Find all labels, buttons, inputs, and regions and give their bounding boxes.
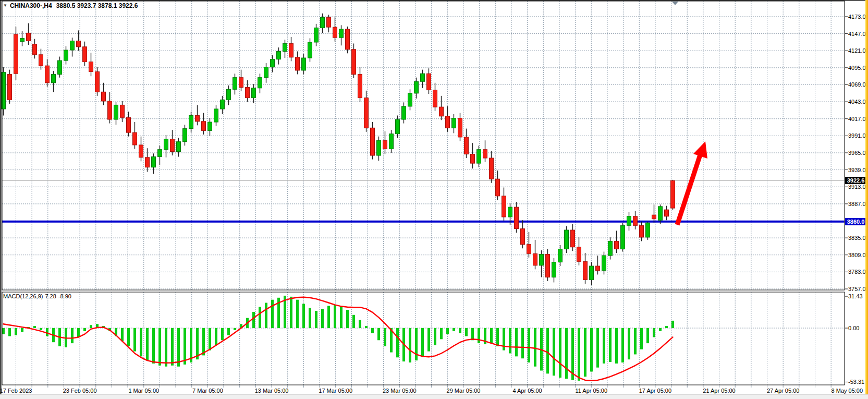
- macd-signal-value: -8.90: [58, 293, 71, 299]
- candle-body-bull: [389, 134, 394, 149]
- price-axis-label: 4017.0: [848, 115, 866, 123]
- macd-bar: [371, 328, 374, 333]
- macd-bar: [340, 306, 343, 328]
- macd-bar: [8, 328, 11, 336]
- macd-bar: [578, 328, 580, 381]
- macd-bar: [215, 328, 217, 345]
- macd-bar: [528, 328, 530, 362]
- price-axis-label: 4121.0: [848, 47, 866, 54]
- candle-body-bear: [383, 140, 387, 149]
- candle-body-bear: [583, 261, 588, 280]
- macd-bar: [90, 325, 92, 328]
- candle-body-bear: [633, 216, 638, 226]
- candle-body-bear: [502, 196, 506, 217]
- candle-body-bull: [408, 93, 412, 106]
- macd-bar: [177, 328, 180, 367]
- candle-body-bear: [108, 101, 112, 119]
- macd-bar: [184, 328, 186, 365]
- macd-bar: [121, 328, 124, 341]
- macd-bar: [496, 328, 499, 346]
- macd-bar: [133, 328, 136, 352]
- candle-body-bear: [615, 241, 619, 249]
- candle-body-bull: [302, 58, 306, 70]
- time-axis-label: 1 Mar 05:00: [128, 387, 159, 394]
- time-axis-label: 8 May 05:00: [832, 387, 863, 394]
- macd-bar: [221, 328, 224, 340]
- candle-body-bear: [496, 179, 500, 196]
- macd-bar: [15, 328, 17, 335]
- candle-body-bull: [339, 29, 344, 38]
- candle-body-bull: [58, 61, 62, 74]
- macd-bar: [359, 320, 361, 328]
- macd-bar: [534, 328, 536, 367]
- candle-body-bear: [515, 207, 519, 228]
- candle-body-bear: [27, 33, 31, 41]
- macd-bar: [165, 328, 167, 367]
- candle-body-bull: [233, 78, 237, 90]
- time-axis-label: 27 Apr 05:00: [767, 387, 799, 394]
- candle-body-bull: [414, 81, 419, 93]
- macd-bar: [190, 328, 192, 362]
- macd-bar: [415, 328, 418, 360]
- chart-dropdown-icon[interactable]: ▼: [3, 3, 7, 8]
- price-axis-label: 3835.0: [848, 234, 866, 241]
- macd-bar: [271, 300, 274, 328]
- macd-axis-label: -53.31: [848, 378, 864, 385]
- candle-body-bull: [177, 142, 181, 152]
- candle-body-bear: [577, 247, 581, 262]
- macd-axis-label: 31.43: [848, 293, 863, 300]
- candle-body-bull: [321, 17, 325, 28]
- candle-body-bull: [264, 67, 268, 78]
- macd-bar: [596, 328, 599, 368]
- candle-body-bear: [458, 118, 462, 137]
- macd-bar: [46, 328, 48, 336]
- macd-main-value: 7.28: [45, 293, 56, 299]
- candle-body-bear: [490, 158, 494, 179]
- macd-bar: [227, 328, 230, 335]
- macd-bar: [77, 328, 80, 337]
- candle-body-bull: [277, 52, 281, 59]
- candle-body-bear: [665, 210, 669, 216]
- macd-bar: [478, 328, 480, 343]
- candle-body-bull: [627, 216, 631, 226]
- macd-bar: [427, 328, 430, 352]
- candle-body-bull: [158, 150, 162, 157]
- candle-body-bull: [402, 106, 406, 119]
- macd-bar: [209, 328, 211, 350]
- price-axis-label: 3783.0: [848, 268, 866, 275]
- macd-bar: [465, 328, 468, 336]
- candle-body-bear: [527, 245, 531, 254]
- candle-body-bull: [214, 109, 218, 122]
- candle-body-bear: [133, 132, 137, 145]
- symbol-period-label: CHINA300-,H4: [10, 2, 52, 9]
- candle-body-bear: [33, 44, 37, 55]
- candle-body-bear: [483, 150, 487, 158]
- candle-body-bull: [70, 41, 75, 50]
- macd-bar: [509, 328, 511, 354]
- candle-body-bear: [596, 266, 600, 271]
- price-axis-label: 4173.0: [848, 13, 866, 20]
- macd-bar: [21, 328, 23, 332]
- candle-body-bull: [590, 266, 594, 280]
- macd-bar: [490, 328, 493, 343]
- macd-bar: [621, 328, 624, 362]
- macd-bar: [659, 328, 662, 331]
- candle-body-bear: [14, 34, 18, 74]
- macd-bar: [653, 328, 655, 337]
- candle-body-bull: [208, 122, 212, 130]
- candle-body-bull: [271, 59, 275, 67]
- macd-bar: [515, 328, 518, 356]
- time-axis-label: 23 Feb 05:00: [63, 387, 97, 394]
- chart-title: ▼CHINA300-,H43880.5 3923.7 3878.1 3922.6: [3, 2, 138, 9]
- candle-body-bull: [552, 262, 556, 277]
- candle-body-bull: [621, 225, 625, 249]
- candle-body-bear: [296, 57, 300, 70]
- macd-bar: [334, 305, 336, 328]
- candle-body-bear: [333, 27, 337, 38]
- chart-canvas[interactable]: [0, 0, 868, 399]
- candle-body-bear: [83, 47, 87, 62]
- window-bottom-strip: [0, 394, 868, 399]
- macd-bar: [196, 328, 199, 359]
- macd-bar: [640, 328, 643, 349]
- candle-body-bull: [421, 74, 425, 81]
